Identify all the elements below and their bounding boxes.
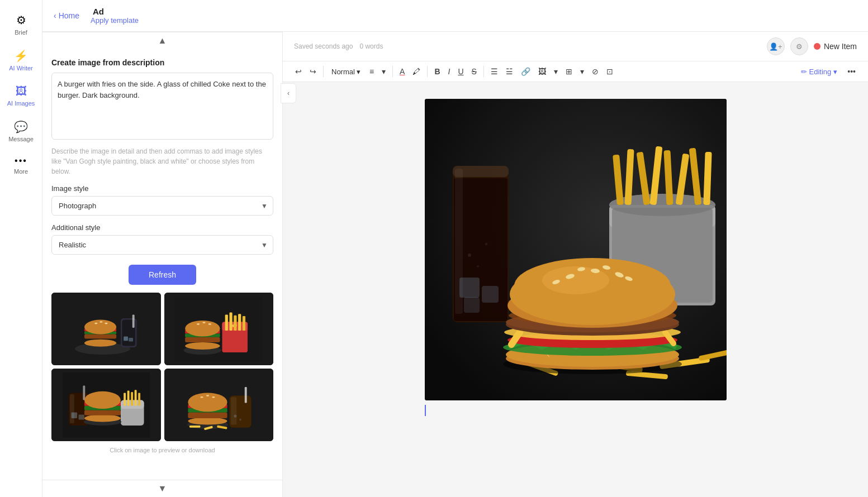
- svg-rect-63: [188, 412, 227, 418]
- new-item-button[interactable]: New Item: [814, 42, 857, 51]
- svg-point-68: [206, 395, 209, 396]
- panel-collapse-button[interactable]: ‹: [281, 83, 296, 103]
- refresh-button[interactable]: Refresh: [129, 265, 196, 285]
- toolbar-divider-2: [392, 66, 393, 77]
- editor-actions: 👤+ ⚙ New Item: [767, 37, 857, 55]
- strikethrough-button[interactable]: S: [468, 65, 480, 78]
- apply-template-link[interactable]: Apply template: [91, 16, 139, 25]
- back-link[interactable]: ‹ Home: [54, 11, 79, 20]
- code-icon: ⊡: [606, 67, 613, 76]
- new-item-dot: [814, 43, 820, 50]
- content-area: ‹ ▲ Create image from description // pop…: [42, 32, 868, 497]
- top-nav: ‹ Home Ad Apply template: [42, 0, 868, 32]
- redo-button[interactable]: ↪: [306, 65, 320, 78]
- underline-icon: U: [458, 67, 463, 76]
- align-options-button[interactable]: ▾: [378, 65, 389, 78]
- svg-rect-37: [70, 394, 74, 423]
- svg-rect-38: [71, 412, 77, 418]
- svg-rect-40: [83, 385, 85, 400]
- sidebar: ⚙ Brief ⚡ AI Writer 🖼 AI Images 💬 Messag…: [0, 0, 42, 497]
- thumb-canvas-3: [51, 369, 161, 441]
- more-options-button[interactable]: •••: [844, 65, 859, 78]
- editor-area: Saved seconds ago 0 words 👤+ ⚙ New Item: [283, 32, 868, 497]
- svg-rect-80: [459, 278, 480, 298]
- bold-button[interactable]: B: [431, 65, 443, 78]
- svg-rect-15: [132, 314, 135, 327]
- ordered-list-button[interactable]: ☱: [502, 65, 516, 78]
- main-burger-image: [425, 99, 727, 400]
- svg-rect-50: [84, 410, 121, 415]
- svg-point-84: [477, 265, 479, 267]
- table-options-button[interactable]: ▾: [577, 65, 587, 78]
- cursor-line: [425, 405, 426, 416]
- settings-button[interactable]: ⚙: [790, 37, 808, 55]
- additional-style-label: Additional style: [51, 223, 273, 232]
- svg-point-33: [208, 323, 211, 325]
- text-style-dropdown[interactable]: Normal ▾: [327, 65, 365, 78]
- ordered-list-icon: ☱: [506, 67, 513, 76]
- italic-icon: I: [448, 67, 450, 76]
- underline-button[interactable]: U: [454, 65, 467, 78]
- svg-point-7: [94, 322, 97, 324]
- text-color-button[interactable]: A: [396, 65, 408, 78]
- ai-images-icon: 🖼: [16, 85, 27, 98]
- undo-button[interactable]: ↩: [292, 65, 305, 78]
- svg-point-53: [84, 391, 121, 408]
- strike-format-button[interactable]: ⊘: [589, 65, 602, 78]
- sidebar-item-message-label: Message: [8, 136, 34, 142]
- svg-point-69: [212, 396, 215, 398]
- sidebar-item-message[interactable]: 💬 Message: [3, 116, 39, 147]
- thumb-item-4[interactable]: [164, 369, 274, 441]
- align-options-chevron-icon: ▾: [382, 67, 386, 76]
- svg-rect-46: [134, 390, 136, 406]
- svg-rect-3: [84, 334, 116, 338]
- image-options-button[interactable]: ▾: [551, 65, 561, 78]
- description-textarea[interactable]: [51, 73, 273, 140]
- sidebar-item-ai-writer[interactable]: ⚡ AI Writer: [3, 45, 39, 76]
- undo-icon: ↩: [295, 67, 302, 76]
- svg-point-49: [84, 414, 121, 422]
- svg-rect-22: [234, 315, 237, 330]
- svg-point-30: [185, 320, 220, 336]
- svg-rect-57: [231, 397, 236, 424]
- sidebar-item-ai-images[interactable]: 🖼 AI Images: [3, 80, 39, 111]
- italic-button[interactable]: I: [445, 65, 454, 78]
- sidebar-item-ai-images-label: AI Images: [7, 100, 35, 107]
- additional-style-select-wrapper: Realistic Artistic Abstract Vintage ▼: [51, 235, 273, 255]
- unordered-list-button[interactable]: ☰: [487, 65, 501, 78]
- user-add-button[interactable]: 👤+: [767, 37, 785, 55]
- sidebar-item-more[interactable]: ••• More: [3, 151, 39, 179]
- panel-inner: Create image from description // populat…: [42, 49, 282, 480]
- scroll-down-button[interactable]: ▼: [154, 482, 172, 495]
- svg-point-60: [239, 418, 241, 420]
- highlight-button[interactable]: 🖍: [409, 65, 424, 78]
- sidebar-item-more-label: More: [14, 168, 28, 175]
- thumb-item-2[interactable]: 🍟: [164, 293, 274, 365]
- image-button[interactable]: 🖼: [535, 65, 549, 78]
- svg-point-67: [201, 396, 203, 398]
- page-title: Ad: [93, 7, 139, 16]
- brief-icon: ⚙: [16, 13, 26, 27]
- image-style-select[interactable]: Photograph Digital Art Oil Painting Wate…: [51, 196, 273, 216]
- bold-icon: B: [434, 67, 440, 76]
- svg-rect-27: [185, 337, 220, 342]
- scroll-up-button[interactable]: ▲: [154, 35, 172, 47]
- align-button[interactable]: ≡: [366, 65, 377, 78]
- toolbar-divider-1: [323, 66, 324, 77]
- link-button[interactable]: 🔗: [518, 65, 534, 78]
- thumb-item-1[interactable]: [51, 293, 161, 365]
- additional-style-select[interactable]: Realistic Artistic Abstract Vintage: [51, 235, 273, 255]
- table-button[interactable]: ⊞: [562, 65, 576, 78]
- image-style-select-wrapper: Photograph Digital Art Oil Painting Wate…: [51, 196, 273, 216]
- svg-rect-82: [464, 297, 480, 313]
- chevron-left-icon: ‹: [54, 11, 56, 20]
- editor-canvas[interactable]: [283, 82, 868, 497]
- editing-button[interactable]: ✏ Editing ▾: [795, 65, 843, 78]
- strikethrough-icon: S: [472, 67, 477, 76]
- scroll-down-area: ▼: [42, 480, 282, 497]
- sidebar-item-brief[interactable]: ⚙ Brief: [3, 9, 39, 40]
- code-button[interactable]: ⊡: [603, 65, 616, 78]
- svg-point-8: [99, 321, 102, 323]
- image-options-chevron-icon: ▾: [554, 67, 558, 76]
- thumb-item-3[interactable]: [51, 369, 161, 441]
